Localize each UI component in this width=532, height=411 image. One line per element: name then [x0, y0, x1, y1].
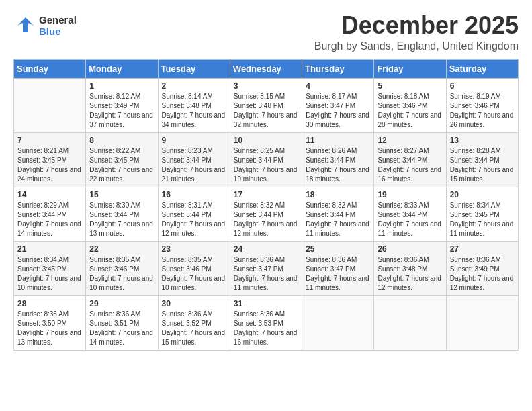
calendar-cell: 1 Sunrise: 8:12 AM Sunset: 3:49 PM Dayli…: [86, 79, 158, 133]
day-number: 27: [450, 244, 515, 254]
calendar-cell: 14 Sunrise: 8:29 AM Sunset: 3:44 PM Dayl…: [14, 187, 86, 242]
day-info: Sunrise: 8:17 AM Sunset: 3:47 PM Dayligh…: [306, 92, 370, 130]
calendar-cell: 22 Sunrise: 8:35 AM Sunset: 3:46 PM Dayl…: [86, 242, 158, 296]
day-info: Sunrise: 8:28 AM Sunset: 3:44 PM Dayligh…: [450, 146, 515, 184]
sunset-text: Sunset: 3:44 PM: [162, 211, 212, 218]
day-info: Sunrise: 8:23 AM Sunset: 3:44 PM Dayligh…: [162, 146, 226, 184]
day-number: 24: [234, 244, 298, 254]
header-row: Sunday Monday Tuesday Wednesday Thursday…: [14, 60, 519, 79]
daylight-text: Daylight: 7 hours and 26 minutes.: [450, 111, 514, 128]
sunrise-text: Sunrise: 8:12 AM: [89, 93, 140, 100]
sunset-text: Sunset: 3:44 PM: [234, 156, 283, 164]
sunset-text: Sunset: 3:44 PM: [378, 156, 427, 164]
sunrise-text: Sunrise: 8:31 AM: [162, 201, 213, 209]
calendar-cell: 2 Sunrise: 8:14 AM Sunset: 3:48 PM Dayli…: [158, 79, 230, 133]
daylight-text: Daylight: 7 hours and 12 minutes.: [378, 275, 441, 291]
day-info: Sunrise: 8:12 AM Sunset: 3:49 PM Dayligh…: [89, 92, 154, 130]
day-info: Sunrise: 8:30 AM Sunset: 3:44 PM Dayligh…: [89, 201, 154, 238]
sunrise-text: Sunrise: 8:35 AM: [162, 256, 213, 263]
calendar-body: 1 Sunrise: 8:12 AM Sunset: 3:49 PM Dayli…: [14, 79, 519, 351]
calendar-cell: 16 Sunrise: 8:31 AM Sunset: 3:44 PM Dayl…: [158, 187, 230, 242]
header-friday: Friday: [374, 60, 446, 79]
sunset-text: Sunset: 3:44 PM: [378, 211, 427, 218]
sunrise-text: Sunrise: 8:36 AM: [234, 256, 285, 263]
calendar-cell: 6 Sunrise: 8:19 AM Sunset: 3:46 PM Dayli…: [446, 79, 518, 133]
day-number: 14: [17, 190, 82, 199]
daylight-text: Daylight: 7 hours and 14 minutes.: [89, 329, 153, 346]
sunset-text: Sunset: 3:44 PM: [306, 156, 355, 164]
daylight-text: Daylight: 7 hours and 21 minutes.: [162, 166, 226, 183]
day-number: 2: [162, 81, 226, 91]
calendar-cell: 28 Sunrise: 8:36 AM Sunset: 3:50 PM Dayl…: [14, 296, 86, 351]
calendar-week-row: 21 Sunrise: 8:34 AM Sunset: 3:45 PM Dayl…: [14, 242, 519, 296]
day-number: 21: [17, 244, 82, 254]
day-info: Sunrise: 8:32 AM Sunset: 3:44 PM Dayligh…: [306, 201, 370, 238]
daylight-text: Daylight: 7 hours and 11 minutes.: [378, 220, 441, 237]
day-number: 13: [450, 136, 515, 145]
sunset-text: Sunset: 3:44 PM: [89, 211, 139, 218]
daylight-text: Daylight: 7 hours and 12 minutes.: [162, 220, 226, 237]
calendar-cell: [14, 79, 86, 133]
sunset-text: Sunset: 3:44 PM: [17, 211, 67, 218]
sunset-text: Sunset: 3:48 PM: [162, 102, 212, 109]
sunrise-text: Sunrise: 8:29 AM: [17, 201, 69, 209]
day-number: 29: [89, 299, 154, 308]
day-info: Sunrise: 8:22 AM Sunset: 3:45 PM Dayligh…: [89, 146, 154, 184]
day-number: 22: [89, 244, 154, 254]
calendar-table: Sunday Monday Tuesday Wednesday Thursday…: [13, 59, 519, 351]
calendar-cell: 19 Sunrise: 8:33 AM Sunset: 3:44 PM Dayl…: [374, 187, 446, 242]
day-number: 7: [17, 136, 82, 145]
sunset-text: Sunset: 3:49 PM: [89, 102, 139, 109]
sunset-text: Sunset: 3:45 PM: [17, 156, 67, 164]
day-number: 1: [89, 81, 154, 91]
day-number: 6: [450, 81, 515, 91]
day-number: 25: [306, 244, 370, 254]
day-info: Sunrise: 8:36 AM Sunset: 3:53 PM Dayligh…: [234, 310, 298, 347]
day-number: 16: [162, 190, 226, 199]
day-number: 23: [162, 244, 226, 254]
day-number: 17: [234, 190, 298, 199]
sunrise-text: Sunrise: 8:35 AM: [89, 256, 140, 263]
sunrise-text: Sunrise: 8:33 AM: [378, 201, 429, 209]
daylight-text: Daylight: 7 hours and 11 minutes.: [234, 275, 298, 291]
page-header: General Blue December 2025 Burgh by Sand…: [13, 13, 519, 52]
sunrise-text: Sunrise: 8:34 AM: [17, 256, 69, 263]
day-number: 4: [306, 81, 370, 91]
day-number: 18: [306, 190, 370, 199]
daylight-text: Daylight: 7 hours and 12 minutes.: [234, 220, 298, 237]
sunrise-text: Sunrise: 8:27 AM: [378, 147, 429, 154]
calendar-cell: 18 Sunrise: 8:32 AM Sunset: 3:44 PM Dayl…: [302, 187, 374, 242]
sunrise-text: Sunrise: 8:32 AM: [234, 201, 285, 209]
calendar-cell: 23 Sunrise: 8:35 AM Sunset: 3:46 PM Dayl…: [158, 242, 230, 296]
calendar-cell: 29 Sunrise: 8:36 AM Sunset: 3:51 PM Dayl…: [86, 296, 158, 351]
daylight-text: Daylight: 7 hours and 11 minutes.: [306, 275, 369, 291]
calendar-cell: 5 Sunrise: 8:18 AM Sunset: 3:46 PM Dayli…: [374, 79, 446, 133]
day-number: 8: [89, 136, 154, 145]
sunrise-text: Sunrise: 8:14 AM: [162, 93, 213, 100]
daylight-text: Daylight: 7 hours and 34 minutes.: [162, 111, 226, 128]
sunset-text: Sunset: 3:48 PM: [378, 265, 427, 273]
header-thursday: Thursday: [302, 60, 374, 79]
day-info: Sunrise: 8:25 AM Sunset: 3:44 PM Dayligh…: [234, 146, 298, 184]
logo-general-text: General: [39, 14, 77, 26]
sunrise-text: Sunrise: 8:26 AM: [306, 147, 357, 154]
sunrise-text: Sunrise: 8:25 AM: [234, 147, 285, 154]
sunrise-text: Sunrise: 8:36 AM: [162, 310, 213, 318]
sunrise-text: Sunrise: 8:36 AM: [234, 310, 285, 318]
day-info: Sunrise: 8:29 AM Sunset: 3:44 PM Dayligh…: [17, 201, 82, 238]
calendar-cell: 11 Sunrise: 8:26 AM Sunset: 3:44 PM Dayl…: [302, 133, 374, 187]
daylight-text: Daylight: 7 hours and 22 minutes.: [89, 166, 153, 183]
daylight-text: Daylight: 7 hours and 10 minutes.: [17, 275, 81, 291]
header-wednesday: Wednesday: [230, 60, 302, 79]
sunset-text: Sunset: 3:44 PM: [450, 156, 500, 164]
calendar-cell: 21 Sunrise: 8:34 AM Sunset: 3:45 PM Dayl…: [14, 242, 86, 296]
calendar-cell: 12 Sunrise: 8:27 AM Sunset: 3:44 PM Dayl…: [374, 133, 446, 187]
day-number: 31: [234, 299, 298, 308]
calendar-cell: 20 Sunrise: 8:34 AM Sunset: 3:45 PM Dayl…: [446, 187, 518, 242]
day-info: Sunrise: 8:19 AM Sunset: 3:46 PM Dayligh…: [450, 92, 515, 130]
sunset-text: Sunset: 3:44 PM: [306, 211, 355, 218]
svg-marker-0: [17, 17, 34, 32]
day-number: 30: [162, 299, 226, 308]
sunrise-text: Sunrise: 8:36 AM: [89, 310, 140, 318]
day-info: Sunrise: 8:33 AM Sunset: 3:44 PM Dayligh…: [378, 201, 442, 238]
